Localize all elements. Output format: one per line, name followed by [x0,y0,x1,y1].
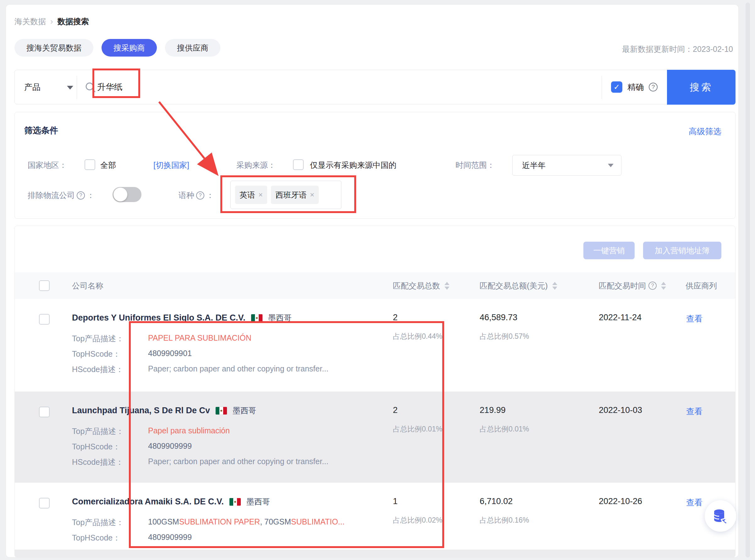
view-link[interactable]: 查看 [686,406,702,417]
source-china-checkbox[interactable] [293,159,304,170]
mexico-flag-icon [230,498,241,506]
col-time: 匹配交易时间 ? [599,273,666,299]
sort-icon[interactable] [444,282,450,290]
close-icon[interactable]: × [310,191,314,199]
exclude-logistics-toggle[interactable] [113,187,141,202]
match-amount-ratio: 占总比例0.57% [480,332,529,341]
source-filter-label: 采购来源： [236,160,276,170]
company-line: Comercializadora Amaiki S.A. DE C.V. 墨西哥 [72,497,270,507]
col-amount-label: 匹配交易总额(美元) [480,281,548,291]
desc-highlight: Papel para sublimación [148,426,230,437]
breadcrumb-section[interactable]: 海关数据 [15,16,46,27]
question-circle-icon[interactable]: ? [77,192,85,200]
company-name[interactable]: Comercializadora Amaiki S.A. DE C.V. [72,497,224,506]
filter-title: 筛选条件 [24,125,58,136]
language-filter-label: 语种 ? ： [179,190,214,200]
data-assistant-float-button[interactable] [705,500,736,532]
row-checkbox[interactable] [39,498,49,508]
one-click-marketing-button[interactable]: 一键营销 [583,242,635,259]
switch-country-link[interactable]: [切换国家] [153,160,189,170]
vertical-scrollbar[interactable] [746,2,750,558]
country-all-checkbox[interactable] [84,159,95,170]
time-label-text: 时间范围： [455,160,495,170]
company-name[interactable]: Launchpad Tijuana, S De Rl De Cv [72,406,210,416]
toggle-knob [114,187,127,201]
hscode-desc-value: Paper; carbon paper and other copying or… [148,364,329,375]
match-amount: 6,710.02 [480,497,513,506]
sort-icon[interactable] [552,282,557,290]
col-time-label: 匹配交易时间 [599,281,646,291]
search-category-value: 产品 [24,82,41,93]
sort-icon[interactable] [661,282,666,290]
exact-checkbox[interactable]: ✓ [611,81,622,93]
time-range-value: 近半年 [522,160,546,171]
add-to-address-book-button[interactable]: 加入营销地址簿 [643,242,721,259]
time-range-select[interactable]: 近半年 [512,155,621,176]
language-label-text: 语种 [179,190,194,200]
table-header: 公司名称 匹配交易总数 匹配交易总额(美元) 匹配交易时间 ? 供应商列 [15,273,736,299]
question-circle-icon[interactable]: ? [196,192,204,200]
company-name[interactable]: Deportes Y Uniformes El Siglo S.A. DE C.… [72,313,245,323]
breadcrumb: 海关数据 › 数据搜索 [15,16,89,27]
desc-label: Top产品描述： [72,334,148,344]
logistics-label-text: 排除物流公司 [28,190,75,200]
match-count: 2 [393,313,398,322]
mexico-flag-icon [216,407,227,415]
view-link[interactable]: 查看 [686,313,702,324]
language-tag-english: 英语 × [235,186,267,204]
country-name: 墨西哥 [233,405,256,416]
data-update-time: 最新数据更新时间：2023-02-10 [622,44,733,54]
top-product-desc-line: Top产品描述： PAPEL PARA SUBLIMACIÓN [72,334,252,344]
table-row: Launchpad Tijuana, S De Rl De Cv 墨西哥 Top… [15,392,736,483]
top-product-desc-line: Top产品描述： 100GSM SUBLIMATION PAPER , 70GS… [72,517,344,528]
chevron-down-icon [608,164,614,167]
row-checkbox[interactable] [39,314,49,325]
col-amount: 匹配交易总额(美元) [480,273,557,299]
hscode-desc-value: Paper; carbon paper and other copying or… [148,457,329,467]
update-time-label: 最新数据更新时间： [622,45,693,54]
hscode-value: 4809909999 [148,442,192,452]
match-date: 2022-11-24 [599,313,641,322]
close-icon[interactable]: × [258,191,263,199]
search-button[interactable]: 搜索 [667,70,736,105]
mexico-flag-icon [251,314,262,322]
view-link[interactable]: 查看 [686,497,702,508]
filter-panel: 筛选条件 高级筛选 国家地区： 全部 [切换国家] 采购来源： 仅显示有采购来源… [15,112,736,219]
tab-trade-data[interactable]: 搜海关贸易数据 [15,39,93,57]
exclude-logistics-label: 排除物流公司 ? ： [28,190,95,200]
table-row: Comercializadora Amaiki S.A. DE C.V. 墨西哥… [15,483,736,549]
advanced-filter-link[interactable]: 高级筛选 [689,126,721,137]
desc-text: 100GSM [148,517,179,528]
col-count: 匹配交易总数 [393,273,450,299]
question-circle-icon[interactable]: ? [649,282,657,290]
tag-label: 英语 [239,190,255,200]
row-checkbox[interactable] [39,407,49,417]
search-mode-tabs: 搜海关贸易数据 搜采购商 搜供应商 [15,39,220,57]
match-count: 2 [393,405,398,415]
select-all-checkbox[interactable] [39,280,49,291]
match-date: 2022-10-03 [599,405,642,415]
source-label-text: 采购来源： [236,160,276,170]
match-date: 2022-10-26 [599,497,642,506]
language-tags-box[interactable]: 英语 × 西班牙语 × [231,181,341,209]
tab-buyers[interactable]: 搜采购商 [101,39,157,57]
desc-label: Top产品描述： [72,517,148,528]
hscode-desc-line: HScode描述： Paper; carbon paper and other … [72,364,329,375]
top-hscode-line: TopHScode： 4809909999 [72,442,192,452]
tab-suppliers[interactable]: 搜供应商 [165,39,220,57]
search-input[interactable] [97,71,317,103]
hscode-desc-label: HScode描述： [72,457,148,467]
match-amount-ratio: 占总比例0.16% [480,515,529,525]
results-panel: 一键营销 加入营销地址簿 公司名称 匹配交易总数 匹配交易总额(美元) 匹配交易… [15,226,736,558]
divider [77,76,77,99]
match-count-ratio: 占总比例0.01% [393,424,442,434]
desc-text: , 70GSM [260,517,291,528]
update-time-value: 2023-02-10 [693,45,733,54]
customs-data-search-screen: 海关数据 › 数据搜索 搜海关贸易数据 搜采购商 搜供应商 最新数据更新时间：2… [0,0,755,560]
tag-label: 西班牙语 [275,190,307,200]
time-range-label: 时间范围： [455,160,495,170]
desc-label: Top产品描述： [72,426,148,437]
question-circle-icon[interactable]: ? [649,83,658,92]
search-icon [84,81,97,95]
match-count-ratio: 占总比例0.44% [393,332,442,341]
